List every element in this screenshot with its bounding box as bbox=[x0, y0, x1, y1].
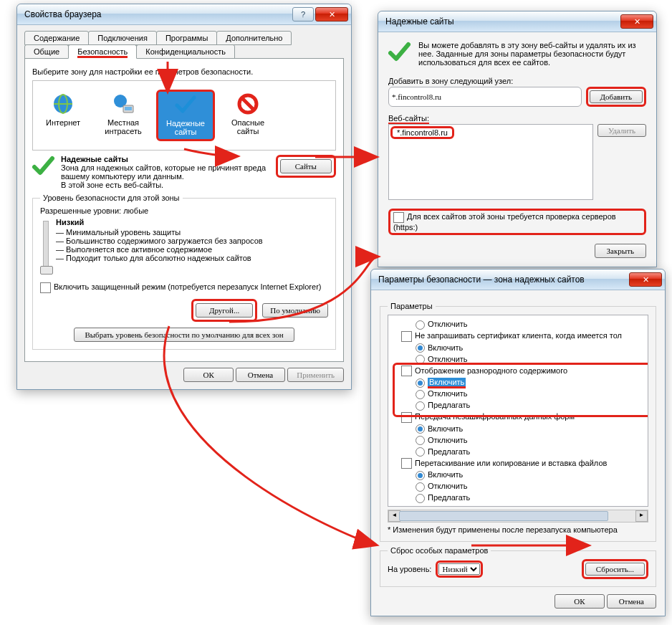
tab-advanced[interactable]: Дополнительно bbox=[216, 31, 292, 45]
ok-button[interactable]: ОК bbox=[555, 594, 604, 609]
option-radio[interactable]: Включить bbox=[391, 423, 648, 434]
security-settings-window: Параметры безопасности — зона надежных с… bbox=[370, 269, 666, 616]
titlebar: Надежные сайты ✕ bbox=[378, 11, 656, 32]
close-button[interactable]: ✕ bbox=[620, 14, 653, 29]
option-group: Перетаскивание или копирование и вставка… bbox=[391, 457, 648, 469]
option-radio[interactable]: Отключить bbox=[391, 353, 648, 365]
option-radio[interactable]: Включить bbox=[391, 469, 648, 480]
option-radio[interactable]: Предлагать bbox=[391, 446, 648, 457]
tree-icon bbox=[401, 366, 412, 376]
option-radio[interactable]: Отключить bbox=[391, 480, 648, 492]
trusted-sites-window: Надежные сайты ✕ Вы можете добавлять в э… bbox=[378, 11, 657, 267]
sites-label: Веб-сайты: bbox=[388, 114, 429, 125]
trusted-title: Надежные сайты bbox=[61, 155, 128, 163]
tab-content[interactable]: Содержание bbox=[24, 31, 89, 45]
add-label: Добавить в зону следующий узел: bbox=[388, 77, 646, 85]
radio-icon bbox=[416, 320, 425, 330]
help-button[interactable]: ? bbox=[292, 7, 314, 22]
option-radio[interactable]: Отключить bbox=[391, 318, 648, 330]
tabs-row-2: Общие Безопасность Конфиденциальность bbox=[24, 44, 344, 58]
close-button[interactable]: ✕ bbox=[315, 7, 348, 22]
titlebar: Параметры безопасности — зона надежных с… bbox=[371, 269, 665, 290]
ok-button[interactable]: ОК bbox=[183, 368, 233, 382]
cancel-button[interactable]: Отмена bbox=[607, 594, 656, 609]
sites-button[interactable]: Сайты bbox=[280, 159, 332, 173]
zone-trusted[interactable]: Надежные сайты bbox=[156, 90, 215, 141]
params-fieldset: Параметры ОтключитьНе запрашивать сертиф… bbox=[380, 302, 656, 542]
reset-label: На уровень: bbox=[388, 565, 431, 573]
apply-button[interactable]: Применить bbox=[287, 368, 344, 382]
close-button[interactable]: ✕ bbox=[629, 272, 662, 287]
zone-intranet[interactable]: Местная интрасеть bbox=[96, 90, 150, 141]
close-dialog-button[interactable]: Закрыть bbox=[595, 244, 646, 258]
option-group: Не запрашивать сертификат клиента, когда… bbox=[391, 330, 648, 342]
slider-thumb[interactable] bbox=[40, 266, 53, 275]
window-title: Свойства браузера bbox=[24, 9, 291, 19]
radio-icon bbox=[416, 436, 425, 445]
window-title: Параметры безопасности — зона надежных с… bbox=[378, 275, 628, 285]
radio-icon bbox=[416, 494, 425, 503]
reset-all-zones-button[interactable]: Выбрать уровень безопасности по умолчани… bbox=[74, 328, 294, 342]
radio-icon bbox=[416, 378, 425, 388]
options-tree[interactable]: ОтключитьНе запрашивать сертификат клиен… bbox=[388, 315, 648, 507]
cancel-button[interactable]: Отмена bbox=[236, 368, 285, 382]
zone-internet[interactable]: Интернет bbox=[36, 90, 90, 141]
scroll-thumb[interactable] bbox=[399, 511, 608, 521]
radio-icon bbox=[416, 424, 425, 434]
option-radio[interactable]: Включить bbox=[391, 342, 648, 353]
level-name: Низкий bbox=[56, 218, 84, 226]
green-check-icon bbox=[388, 41, 411, 64]
scroll-right-arrow[interactable]: ► bbox=[635, 510, 648, 522]
option-radio[interactable]: Отключить bbox=[391, 434, 648, 446]
params-legend: Параметры bbox=[388, 302, 436, 310]
site-item[interactable]: *.fincontrol8.ru bbox=[390, 126, 454, 139]
radio-icon bbox=[416, 482, 425, 492]
green-check-icon bbox=[32, 155, 55, 178]
level-slider[interactable] bbox=[43, 221, 49, 272]
tab-connections[interactable]: Подключения bbox=[88, 31, 157, 45]
trusted-has-sites: В этой зоне есть веб-сайты. bbox=[61, 181, 163, 189]
zone-list: Интернет Местная интрасеть Надежные сайт… bbox=[36, 90, 332, 141]
protected-mode-checkbox[interactable] bbox=[40, 282, 51, 293]
option-radio[interactable]: Предлагать bbox=[391, 492, 648, 503]
sites-listbox[interactable]: *.fincontrol8.ru bbox=[388, 124, 593, 200]
restart-note: * Изменения будут применены после переза… bbox=[388, 525, 648, 534]
window-title: Надежные сайты bbox=[385, 16, 619, 27]
horizontal-scrollbar[interactable]: ◄ ► bbox=[388, 510, 648, 523]
security-level-fieldset: Уровень безопасности для этой зоны Разре… bbox=[32, 194, 336, 350]
tab-privacy[interactable]: Конфиденциальность bbox=[136, 44, 235, 59]
globe-icon bbox=[52, 92, 75, 115]
reset-button[interactable]: Сбросить... bbox=[585, 563, 645, 576]
intro-text: Вы можете добавлять в эту зону веб-сайты… bbox=[418, 41, 646, 67]
reset-level-select[interactable]: Низкий bbox=[438, 563, 480, 575]
radio-icon bbox=[416, 390, 425, 399]
radio-icon bbox=[416, 343, 425, 353]
level-legend: Уровень безопасности для этой зоны bbox=[40, 194, 183, 202]
svg-line-7 bbox=[242, 98, 254, 110]
level-allowed: Разрешенные уровни: любые bbox=[40, 206, 328, 215]
option-radio[interactable]: Отключить bbox=[391, 388, 648, 399]
tab-security[interactable]: Безопасность bbox=[68, 44, 137, 59]
remove-button[interactable]: Удалить bbox=[597, 124, 646, 137]
add-site-input[interactable] bbox=[388, 87, 582, 107]
default-level-button[interactable]: По умолчанию bbox=[262, 303, 328, 318]
titlebar: Свойства браузера ? ✕ bbox=[17, 4, 351, 25]
https-required-checkbox[interactable] bbox=[393, 212, 404, 223]
radio-icon bbox=[416, 355, 425, 364]
tab-programs[interactable]: Программы bbox=[156, 31, 217, 45]
zone-restricted[interactable]: Опасные сайты bbox=[221, 90, 275, 141]
add-button[interactable]: Добавить bbox=[590, 90, 643, 103]
svg-rect-5 bbox=[125, 107, 132, 110]
tabs-row-1: Содержание Подключения Программы Дополни… bbox=[24, 31, 344, 44]
tree-icon bbox=[401, 331, 412, 342]
intranet-icon bbox=[112, 92, 135, 115]
https-required-label: Для всех сайтов этой зоны требуется пров… bbox=[393, 212, 616, 232]
option-radio[interactable]: Включить bbox=[391, 376, 648, 388]
tab-general[interactable]: Общие bbox=[24, 44, 69, 59]
trusted-desc: Зона для надежных сайтов, которые не при… bbox=[61, 163, 266, 181]
protected-mode-label: Включить защищенный режим (потребуется п… bbox=[54, 282, 321, 291]
custom-level-button[interactable]: Другой... bbox=[196, 303, 253, 318]
tree-icon bbox=[401, 412, 412, 423]
option-radio[interactable]: Предлагать bbox=[391, 399, 648, 411]
option-group: Отображение разнородного содержимого bbox=[391, 365, 648, 377]
